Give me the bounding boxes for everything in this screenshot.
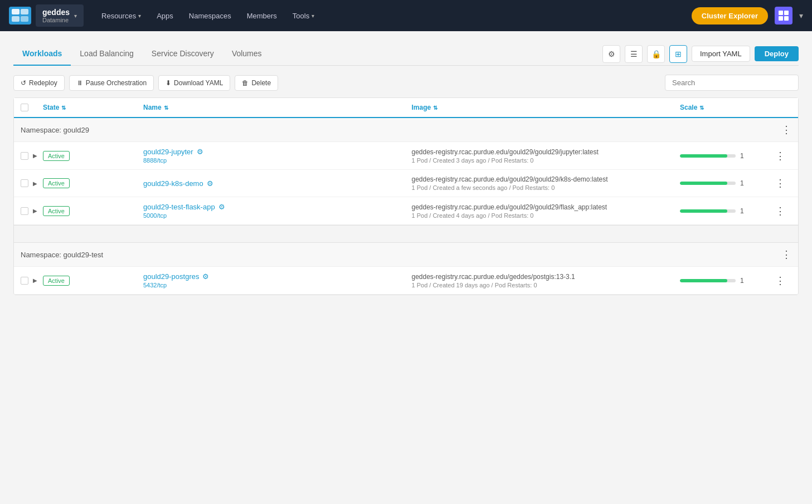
user-menu-button[interactable] [775, 7, 792, 25]
deploy-button[interactable]: Deploy [755, 46, 799, 61]
table-row: ▶ Active gould29-postgres ⚙ 5432/tcp ged… [14, 267, 798, 295]
search-input[interactable] [665, 75, 799, 91]
pause-orchestration-button[interactable]: ⏸ Pause Orchestration [69, 75, 154, 91]
list-icon[interactable]: ☰ [625, 45, 643, 63]
workload-link[interactable]: gould29-jupyter ⚙ [143, 148, 412, 156]
port-link[interactable]: 5432/tcp [143, 282, 412, 288]
select-all-checkbox[interactable] [21, 104, 28, 111]
header-image[interactable]: Image ⇅ [412, 104, 680, 111]
row-controls: ▶ [21, 276, 43, 285]
namespace-label-gould29-test: Namespace: gould29-test [21, 251, 103, 259]
row-more-button[interactable] [769, 205, 791, 217]
nav-apps[interactable]: Apps [150, 7, 180, 25]
status-badge: Active [43, 178, 70, 188]
cluster-chevron-icon: ▾ [74, 13, 77, 19]
download-yaml-button[interactable]: ⬇ Download YAML [158, 75, 230, 91]
workload-link[interactable]: gould29-postgres ⚙ [143, 272, 412, 281]
status-badge: Active [43, 151, 70, 161]
row-checkbox-jupyter[interactable] [21, 152, 28, 160]
view-columns-icon[interactable]: ⊞ [669, 45, 687, 63]
toolbar: ↺ Redeploy ⏸ Pause Orchestration ⬇ Downl… [13, 75, 799, 91]
redeploy-button[interactable]: ↺ Redeploy [13, 75, 65, 91]
scale-bar [680, 209, 727, 213]
svg-rect-0 [12, 9, 20, 14]
tab-load-balancing[interactable]: Load Balancing [71, 42, 143, 66]
image-cell: geddes-registry.rcac.purdue.edu/gould29/… [412, 175, 680, 191]
tab-workloads[interactable]: Workloads [13, 42, 71, 66]
nav-links: Resources ▾ Apps Namespaces Members Tool… [95, 7, 692, 25]
image-meta: 1 Pod / Created 19 days ago / Pod Restar… [412, 282, 680, 288]
nav-members[interactable]: Members [240, 7, 284, 25]
tab-service-discovery[interactable]: Service Discovery [143, 42, 223, 66]
name-sort-icon: ⇅ [164, 105, 168, 111]
pause-icon: ⏸ [76, 79, 83, 87]
image-name: geddes-registry.rcac.purdue.edu/gould29/… [412, 175, 680, 183]
delete-button[interactable]: 🗑 Delete [235, 75, 278, 91]
row-controls: ▶ [21, 207, 43, 216]
settings-icon[interactable]: ⚙ [602, 45, 620, 63]
namespace-row-gould29: Namespace: gould29 [14, 118, 798, 142]
header-state[interactable]: State ⇅ [43, 104, 143, 111]
scale-number: 1 [740, 152, 744, 160]
nav-tools[interactable]: Tools ▾ [286, 7, 321, 25]
port-link[interactable]: 8888/tcp [143, 157, 412, 164]
logo-icon [9, 7, 31, 25]
namespace-more-button-gould29-test[interactable] [781, 248, 791, 261]
state-cell: Active [43, 151, 143, 161]
svg-rect-3 [21, 16, 28, 22]
import-yaml-button[interactable]: Import YAML [692, 46, 750, 62]
image-meta: 1 Pod / Created a few seconds ago / Pod … [412, 184, 680, 191]
sub-nav-actions: ⚙ ☰ 🔒 ⊞ Import YAML Deploy [602, 45, 799, 63]
port-link[interactable]: 5000/tcp [143, 212, 412, 219]
tab-volumes[interactable]: Volumes [223, 42, 271, 66]
row-expand-postgres[interactable]: ▶ [31, 276, 40, 285]
user-chevron-icon[interactable]: ▾ [799, 11, 803, 20]
workloads-table: State ⇅ Name ⇅ Image ⇅ Scale ⇅ Namespace… [13, 97, 799, 295]
workload-link[interactable]: gould29-k8s-demo ⚙ [143, 179, 412, 188]
row-expand-flask[interactable]: ▶ [31, 207, 40, 216]
logo[interactable] [9, 7, 31, 25]
image-cell: geddes-registry.rcac.purdue.edu/geddes/p… [412, 273, 680, 288]
table-row: ▶ Active gould29-jupyter ⚙ 8888/tcp gedd… [14, 142, 798, 170]
scale-number: 1 [740, 207, 744, 215]
row-expand-k8s-demo[interactable]: ▶ [31, 179, 40, 188]
main-content: Workloads Load Balancing Service Discove… [0, 31, 812, 306]
row-controls: ▶ [21, 179, 43, 188]
name-cell: gould29-test-flask-app ⚙ 5000/tcp [143, 203, 412, 219]
row-expand-jupyter[interactable]: ▶ [31, 151, 40, 160]
scale-cell: 1 [680, 152, 769, 160]
row-more-button[interactable] [769, 275, 791, 287]
namespace-row-gould29-test: Namespace: gould29-test [14, 243, 798, 267]
image-cell: geddes-registry.rcac.purdue.edu/gould29/… [412, 148, 680, 164]
status-badge: Active [43, 206, 70, 216]
image-meta: 1 Pod / Created 4 days ago / Pod Restart… [412, 212, 680, 219]
scale-bar-container [680, 182, 736, 185]
nav-namespaces[interactable]: Namespaces [182, 7, 238, 25]
workload-name: gould29-jupyter [143, 148, 193, 156]
nav-resources[interactable]: Resources ▾ [95, 7, 148, 25]
resources-chevron-icon: ▾ [138, 13, 141, 19]
row-checkbox-postgres[interactable] [21, 277, 28, 285]
tools-chevron-icon: ▾ [312, 13, 314, 19]
top-nav-right: Cluster Explorer ▾ [692, 7, 803, 25]
header-scale[interactable]: Scale ⇅ [680, 104, 769, 111]
row-checkbox-k8s-demo[interactable] [21, 179, 28, 187]
workload-link[interactable]: gould29-test-flask-app ⚙ [143, 203, 412, 211]
row-more-button[interactable] [769, 177, 791, 189]
scale-sort-icon: ⇅ [699, 105, 704, 111]
redeploy-icon: ↺ [21, 79, 26, 87]
cluster-explorer-button[interactable]: Cluster Explorer [692, 7, 768, 25]
state-cell: Active [43, 206, 143, 216]
image-meta: 1 Pod / Created 3 days ago / Pod Restart… [412, 157, 680, 164]
cluster-selector[interactable]: geddes Datamine ▾ [36, 4, 84, 27]
lock-icon[interactable]: 🔒 [647, 45, 665, 63]
workload-name: gould29-test-flask-app [143, 203, 215, 211]
header-name[interactable]: Name ⇅ [143, 104, 412, 111]
image-name: geddes-registry.rcac.purdue.edu/geddes/p… [412, 273, 680, 281]
image-name: geddes-registry.rcac.purdue.edu/gould29/… [412, 203, 680, 211]
namespace-more-button-gould29[interactable] [781, 124, 791, 136]
helm-icon: ⚙ [218, 203, 225, 211]
row-more-button[interactable] [769, 150, 791, 162]
row-checkbox-flask[interactable] [21, 207, 28, 215]
helm-icon: ⚙ [207, 179, 213, 188]
